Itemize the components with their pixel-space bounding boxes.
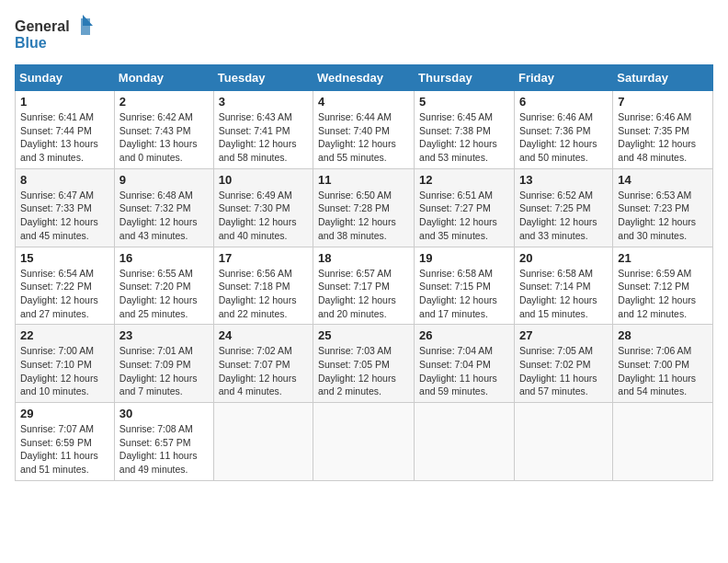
day-info: Sunrise: 6:58 AM Sunset: 7:14 PM Dayligh…: [519, 267, 608, 321]
day-info: Sunrise: 7:08 AM Sunset: 6:57 PM Dayligh…: [119, 422, 209, 477]
weekday-header-tuesday: Tuesday: [213, 65, 313, 91]
calendar-cell: 1 Sunrise: 6:41 AM Sunset: 7:44 PM Dayli…: [16, 91, 115, 169]
svg-text:Blue: Blue: [15, 35, 47, 51]
day-number: 2: [119, 95, 209, 109]
day-number: 11: [318, 173, 409, 187]
calendar-cell: [514, 403, 612, 481]
logo: General Blue: [15, 15, 97, 53]
calendar-cell: 24 Sunrise: 7:02 AM Sunset: 7:07 PM Dayl…: [213, 325, 313, 403]
day-info: Sunrise: 6:47 AM Sunset: 7:33 PM Dayligh…: [20, 189, 109, 243]
day-info: Sunrise: 6:57 AM Sunset: 7:17 PM Dayligh…: [318, 267, 409, 321]
day-number: 18: [318, 251, 409, 265]
weekday-header-wednesday: Wednesday: [313, 65, 415, 91]
weekday-header-thursday: Thursday: [415, 65, 515, 91]
calendar-cell: 25 Sunrise: 7:03 AM Sunset: 7:05 PM Dayl…: [313, 325, 415, 403]
day-info: Sunrise: 6:51 AM Sunset: 7:27 PM Dayligh…: [419, 189, 509, 243]
calendar-cell: 2 Sunrise: 6:42 AM Sunset: 7:43 PM Dayli…: [114, 91, 213, 169]
calendar-cell: 5 Sunrise: 6:45 AM Sunset: 7:38 PM Dayli…: [415, 91, 515, 169]
day-number: 10: [219, 173, 308, 187]
calendar-cell: 9 Sunrise: 6:48 AM Sunset: 7:32 PM Dayli…: [114, 168, 213, 247]
calendar-cell: 16 Sunrise: 6:55 AM Sunset: 7:20 PM Dayl…: [114, 247, 213, 325]
day-info: Sunrise: 7:05 AM Sunset: 7:02 PM Dayligh…: [519, 344, 608, 398]
day-info: Sunrise: 6:43 AM Sunset: 7:41 PM Dayligh…: [219, 110, 308, 165]
calendar-cell: 8 Sunrise: 6:47 AM Sunset: 7:33 PM Dayli…: [16, 168, 115, 247]
calendar-cell: [313, 403, 415, 481]
day-info: Sunrise: 6:52 AM Sunset: 7:25 PM Dayligh…: [519, 189, 608, 243]
day-number: 8: [20, 173, 109, 187]
day-number: 22: [20, 328, 109, 342]
calendar-cell: [213, 403, 313, 481]
calendar-cell: 14 Sunrise: 6:53 AM Sunset: 7:23 PM Dayl…: [613, 168, 713, 247]
page-header: General Blue: [15, 15, 713, 53]
calendar-cell: 22 Sunrise: 7:00 AM Sunset: 7:10 PM Dayl…: [16, 325, 115, 403]
calendar-cell: 28 Sunrise: 7:06 AM Sunset: 7:00 PM Dayl…: [613, 325, 713, 403]
day-number: 9: [119, 173, 209, 187]
weekday-header-sunday: Sunday: [16, 65, 115, 91]
day-number: 5: [419, 95, 509, 109]
weekday-header-friday: Friday: [514, 65, 612, 91]
weekday-header-monday: Monday: [114, 65, 213, 91]
calendar-cell: 12 Sunrise: 6:51 AM Sunset: 7:27 PM Dayl…: [415, 168, 515, 247]
day-info: Sunrise: 7:04 AM Sunset: 7:04 PM Dayligh…: [419, 344, 509, 398]
day-info: Sunrise: 6:45 AM Sunset: 7:38 PM Dayligh…: [419, 110, 509, 165]
day-number: 21: [618, 251, 708, 265]
day-info: Sunrise: 7:02 AM Sunset: 7:07 PM Dayligh…: [219, 344, 308, 398]
day-number: 4: [318, 95, 409, 109]
day-number: 7: [618, 95, 708, 109]
calendar-cell: 3 Sunrise: 6:43 AM Sunset: 7:41 PM Dayli…: [213, 91, 313, 169]
day-info: Sunrise: 6:58 AM Sunset: 7:15 PM Dayligh…: [419, 267, 509, 321]
calendar-week-row: 29 Sunrise: 7:07 AM Sunset: 6:59 PM Dayl…: [16, 403, 713, 481]
day-number: 1: [20, 95, 109, 109]
day-info: Sunrise: 6:46 AM Sunset: 7:35 PM Dayligh…: [618, 110, 708, 165]
day-number: 13: [519, 173, 608, 187]
calendar-cell: 20 Sunrise: 6:58 AM Sunset: 7:14 PM Dayl…: [514, 247, 612, 325]
svg-marker-3: [83, 15, 93, 26]
day-number: 23: [119, 328, 209, 342]
day-info: Sunrise: 7:03 AM Sunset: 7:05 PM Dayligh…: [318, 344, 409, 398]
calendar-week-row: 15 Sunrise: 6:54 AM Sunset: 7:22 PM Dayl…: [16, 247, 713, 325]
calendar-table: SundayMondayTuesdayWednesdayThursdayFrid…: [15, 64, 713, 481]
day-info: Sunrise: 7:01 AM Sunset: 7:09 PM Dayligh…: [119, 344, 209, 398]
svg-text:General: General: [15, 18, 70, 34]
calendar-cell: 29 Sunrise: 7:07 AM Sunset: 6:59 PM Dayl…: [16, 403, 115, 481]
day-info: Sunrise: 6:53 AM Sunset: 7:23 PM Dayligh…: [618, 189, 708, 243]
day-number: 25: [318, 328, 409, 342]
calendar-cell: 6 Sunrise: 6:46 AM Sunset: 7:36 PM Dayli…: [514, 91, 612, 169]
calendar-cell: 30 Sunrise: 7:08 AM Sunset: 6:57 PM Dayl…: [114, 403, 213, 481]
day-number: 16: [119, 251, 209, 265]
day-info: Sunrise: 6:42 AM Sunset: 7:43 PM Dayligh…: [119, 110, 209, 165]
day-number: 20: [519, 251, 608, 265]
day-number: 15: [20, 251, 109, 265]
calendar-cell: 11 Sunrise: 6:50 AM Sunset: 7:28 PM Dayl…: [313, 168, 415, 247]
day-info: Sunrise: 6:44 AM Sunset: 7:40 PM Dayligh…: [318, 110, 409, 165]
day-number: 28: [618, 328, 708, 342]
day-number: 26: [419, 328, 509, 342]
weekday-header-saturday: Saturday: [613, 65, 713, 91]
calendar-cell: 21 Sunrise: 6:59 AM Sunset: 7:12 PM Dayl…: [613, 247, 713, 325]
calendar-cell: 18 Sunrise: 6:57 AM Sunset: 7:17 PM Dayl…: [313, 247, 415, 325]
calendar-cell: 15 Sunrise: 6:54 AM Sunset: 7:22 PM Dayl…: [16, 247, 115, 325]
day-info: Sunrise: 6:59 AM Sunset: 7:12 PM Dayligh…: [618, 267, 708, 321]
day-info: Sunrise: 6:41 AM Sunset: 7:44 PM Dayligh…: [20, 110, 109, 165]
calendar-week-row: 8 Sunrise: 6:47 AM Sunset: 7:33 PM Dayli…: [16, 168, 713, 247]
calendar-cell: 27 Sunrise: 7:05 AM Sunset: 7:02 PM Dayl…: [514, 325, 612, 403]
calendar-cell: [613, 403, 713, 481]
day-info: Sunrise: 7:06 AM Sunset: 7:00 PM Dayligh…: [618, 344, 708, 398]
day-info: Sunrise: 7:00 AM Sunset: 7:10 PM Dayligh…: [20, 344, 109, 398]
day-number: 14: [618, 173, 708, 187]
day-info: Sunrise: 6:49 AM Sunset: 7:30 PM Dayligh…: [219, 189, 308, 243]
calendar-cell: 7 Sunrise: 6:46 AM Sunset: 7:35 PM Dayli…: [613, 91, 713, 169]
day-number: 17: [219, 251, 308, 265]
day-info: Sunrise: 6:55 AM Sunset: 7:20 PM Dayligh…: [119, 267, 209, 321]
calendar-cell: 26 Sunrise: 7:04 AM Sunset: 7:04 PM Dayl…: [415, 325, 515, 403]
day-number: 6: [519, 95, 608, 109]
day-number: 24: [219, 328, 308, 342]
calendar-week-row: 22 Sunrise: 7:00 AM Sunset: 7:10 PM Dayl…: [16, 325, 713, 403]
weekday-header-row: SundayMondayTuesdayWednesdayThursdayFrid…: [16, 65, 713, 91]
day-number: 27: [519, 328, 608, 342]
calendar-cell: 13 Sunrise: 6:52 AM Sunset: 7:25 PM Dayl…: [514, 168, 612, 247]
day-number: 30: [119, 407, 209, 420]
calendar-cell: 19 Sunrise: 6:58 AM Sunset: 7:15 PM Dayl…: [415, 247, 515, 325]
day-info: Sunrise: 6:56 AM Sunset: 7:18 PM Dayligh…: [219, 267, 308, 321]
day-number: 29: [20, 407, 109, 420]
